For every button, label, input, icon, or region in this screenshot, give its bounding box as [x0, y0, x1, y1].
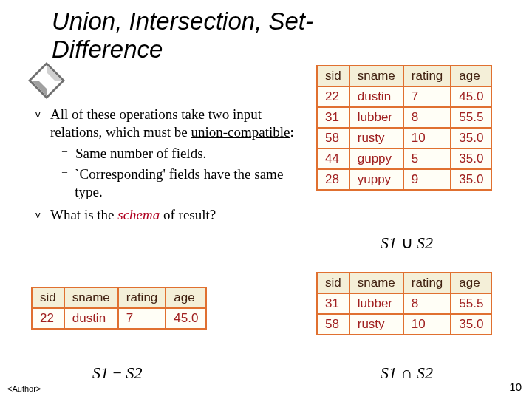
table-header: age — [451, 273, 491, 293]
table-cell: 28 — [317, 169, 349, 190]
table-row: 44guppy535.0 — [317, 149, 491, 169]
table-cell: 58 — [317, 128, 349, 149]
table-cell: yuppy — [349, 169, 403, 190]
table-cell: 31 — [317, 293, 349, 314]
diamond-decoration — [28, 62, 65, 99]
text-fragment: : — [290, 124, 294, 140]
table-row: 22dustin745.0 — [317, 86, 491, 107]
table-cell: 35.0 — [451, 169, 491, 190]
table-cell: dustin — [64, 308, 118, 329]
bullet-marker: v — [35, 106, 50, 142]
text-fragment: What is the — [50, 207, 117, 222]
union-table-wrapper: sidsnameratingage22dustin745.031lubber85… — [316, 65, 492, 191]
table-header: rating — [118, 287, 166, 308]
table-header: age — [166, 287, 206, 308]
table-cell: 35.0 — [451, 314, 491, 335]
table-cell: 35.0 — [451, 149, 491, 169]
table-cell: 55.5 — [451, 293, 491, 314]
slide-title: Union, Intersection, Set-Difference — [52, 7, 318, 64]
bullet-marker: v — [35, 206, 50, 224]
table-cell: lubber — [349, 293, 403, 314]
dash-marker: – — [62, 166, 75, 202]
table-header: rating — [403, 273, 451, 293]
table-cell: 7 — [118, 308, 166, 329]
intersect-table-wrapper: sidsnameratingage31lubber855.558rusty103… — [316, 272, 492, 335]
bullet-text: What is the schema of result? — [50, 206, 305, 224]
table-header: sid — [317, 66, 349, 86]
table-header: sname — [349, 66, 403, 86]
sub-bullet-text: `Corresponding' fields have the same typ… — [75, 166, 305, 202]
emphasis-term: schema — [117, 207, 160, 222]
page-number: 10 — [509, 381, 522, 393]
table-cell: 8 — [403, 107, 451, 128]
table-row: 31lubber855.5 — [317, 107, 491, 128]
table-cell: lubber — [349, 107, 403, 128]
table-cell: 35.0 — [451, 128, 491, 149]
diff-table: sidsnameratingage22dustin745.0 — [31, 287, 207, 330]
bullet-text: All of these operations take two input r… — [50, 106, 305, 142]
table-row: 22dustin745.0 — [32, 308, 206, 329]
table-header: rating — [403, 66, 451, 86]
table-cell: rusty — [349, 314, 403, 335]
text-fragment: of result? — [160, 207, 216, 222]
diff-formula: S1 − S2 — [92, 364, 142, 383]
underlined-term: union-compatible — [191, 124, 290, 140]
table-cell: 7 — [403, 86, 451, 107]
table-cell: 31 — [317, 107, 349, 128]
table-row: 28yuppy935.0 — [317, 169, 491, 190]
bullet-list: v All of these operations take two input… — [35, 106, 305, 227]
table-cell: 45.0 — [166, 308, 206, 329]
table-cell: guppy — [349, 149, 403, 169]
sub-bullet-text: Same number of fields. — [75, 145, 206, 163]
title-area: Union, Intersection, Set-Difference — [52, 7, 318, 64]
table-cell: 45.0 — [451, 86, 491, 107]
table-cell: 5 — [403, 149, 451, 169]
bullet-item-2: v What is the schema of result? — [35, 206, 305, 224]
table-cell: 8 — [403, 293, 451, 314]
table-cell: 55.5 — [451, 107, 491, 128]
table-row: 58rusty1035.0 — [317, 314, 491, 335]
intersect-table: sidsnameratingage31lubber855.558rusty103… — [316, 272, 492, 335]
union-formula: S1 ∪ S2 — [381, 233, 433, 253]
table-cell: 22 — [317, 86, 349, 107]
table-header: sname — [349, 273, 403, 293]
table-cell: 44 — [317, 149, 349, 169]
table-cell: dustin — [349, 86, 403, 107]
table-cell: 10 — [403, 314, 451, 335]
sub-bullet-1: – Same number of fields. — [62, 145, 305, 163]
table-header: sid — [317, 273, 349, 293]
table-row: 31lubber855.5 — [317, 293, 491, 314]
table-row: 58rusty1035.0 — [317, 128, 491, 149]
bullet-item-1: v All of these operations take two input… — [35, 106, 305, 142]
union-table: sidsnameratingage22dustin745.031lubber85… — [316, 65, 492, 191]
diff-table-wrapper: sidsnameratingage22dustin745.0 — [31, 287, 207, 330]
footer-author: <Author> — [7, 384, 41, 393]
table-cell: 58 — [317, 314, 349, 335]
table-header: age — [451, 66, 491, 86]
slide: Union, Intersection, Set-Difference v Al… — [0, 0, 532, 399]
table-header: sname — [64, 287, 118, 308]
dash-marker: – — [62, 145, 75, 163]
table-cell: rusty — [349, 128, 403, 149]
table-cell: 9 — [403, 169, 451, 190]
table-header: sid — [32, 287, 64, 308]
intersect-formula: S1 ∩ S2 — [381, 364, 433, 383]
sub-bullet-2: – `Corresponding' fields have the same t… — [62, 166, 305, 202]
table-cell: 10 — [403, 128, 451, 149]
table-cell: 22 — [32, 308, 64, 329]
